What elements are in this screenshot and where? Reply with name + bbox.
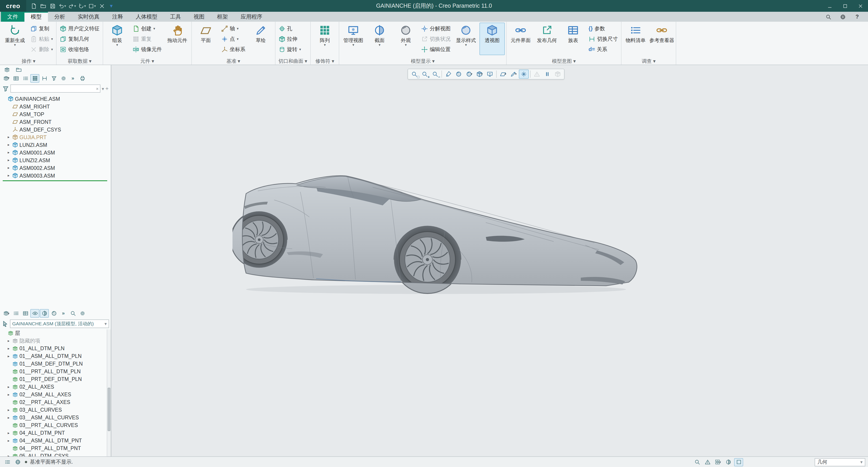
layer-tree-item[interactable]: ▸隐藏的项	[0, 337, 111, 344]
group-model-intent-label[interactable]: 模型意图 ▾	[508, 57, 620, 65]
layer-tree-item[interactable]: 01__PRT_ALL_DTM_PLN	[0, 368, 111, 375]
parameters-button[interactable]: {}参数	[587, 24, 620, 33]
layer-tree-item[interactable]: 01__PRT_DEF_DTM_PLN	[0, 375, 111, 383]
model-tree-item[interactable]: ASM_RIGHT	[0, 103, 111, 110]
layer-tree-item[interactable]: 04__PRT_ALL_DTM_PNT	[0, 444, 111, 452]
tab-tools[interactable]: 工具	[164, 12, 187, 22]
command-search-button[interactable]	[824, 12, 833, 21]
expand-arrow-icon[interactable]: ▸	[6, 151, 11, 155]
tab-framework[interactable]: 框架	[211, 12, 234, 22]
select-box-button[interactable]: ▾	[713, 458, 722, 466]
section-button[interactable]: 截面▾	[367, 23, 392, 55]
fullscreen-button[interactable]	[734, 458, 743, 466]
add-filter-icon[interactable]: +	[105, 86, 108, 92]
layer-show-button[interactable]	[30, 309, 39, 318]
model-tree-item[interactable]: ▸GUJIA.PRT	[0, 133, 111, 141]
group-datum-label[interactable]: 基准 ▾	[193, 57, 273, 65]
sketch-button[interactable]: 草绘	[248, 23, 273, 55]
save-button[interactable]	[48, 1, 57, 10]
hole-button[interactable]: 孔	[277, 24, 303, 33]
revolve-button[interactable]: 旋转▾	[277, 44, 303, 54]
expand-arrow-icon[interactable]: ▸	[6, 339, 11, 343]
expand-arrow-icon[interactable]: ▸	[6, 346, 11, 351]
clear-filter-icon[interactable]: ×	[96, 86, 99, 91]
tree-highlight-button[interactable]	[30, 74, 39, 82]
tab-file[interactable]: 文件	[1, 12, 24, 22]
switch-status-button[interactable]: 切换状况	[419, 34, 452, 44]
group-model-display-label[interactable]: 模型显示 ▾	[341, 57, 505, 65]
tab-analysis[interactable]: 分析	[48, 12, 71, 22]
layer-tree-item[interactable]: ▸05_ALL_DTM_CSYS	[0, 452, 111, 456]
repeat-button[interactable]: 重复	[131, 34, 164, 44]
tab-live-simulation[interactable]: 实时仿真	[71, 12, 106, 22]
3d-mode-button[interactable]	[553, 70, 563, 79]
edit-position-button[interactable]: 编辑位置	[419, 44, 452, 54]
expand-arrow-icon[interactable]: ▸	[6, 415, 11, 420]
copy-geometry-button[interactable]: 复制几何	[58, 34, 101, 44]
tree-mode-button[interactable]: ▾	[2, 74, 11, 82]
copy-button[interactable]: 复制	[29, 24, 55, 33]
expand-arrow-icon[interactable]: ▸	[6, 166, 11, 170]
assemble-button[interactable]: 组装▾	[104, 23, 130, 55]
spin-center-button[interactable]	[519, 70, 529, 79]
shading-button[interactable]	[454, 70, 464, 79]
layer-columns-button[interactable]	[21, 309, 30, 318]
notifications-button[interactable]	[703, 458, 712, 466]
display-style-toolbar-button[interactable]: ▾	[464, 70, 474, 79]
expand-arrow-icon[interactable]: ▸	[6, 393, 11, 397]
toggle-navigator-button[interactable]	[3, 458, 12, 466]
group-operations-label[interactable]: 操作 ▾	[2, 57, 55, 65]
delete-button[interactable]: 删除▾	[29, 44, 55, 54]
model-tree-item[interactable]: ▸ASM0002.ASM	[0, 164, 111, 172]
model-tree-root[interactable]: GAINIANCHE.ASM	[0, 95, 111, 103]
layer-tree-item[interactable]: ▸01_ALL_DTM_PLN	[0, 344, 111, 352]
layer-tree-item[interactable]: ▸03_ALL_CURVES	[0, 406, 111, 414]
tab-annotate[interactable]: 注释	[106, 12, 129, 22]
help-button[interactable]: ?	[852, 12, 862, 21]
layer-tree-item[interactable]: ▸01__ASM_ALL_DTM_PLN	[0, 352, 111, 360]
layer-tree-item[interactable]: ▸04__ASM_ALL_DTM_PNT	[0, 437, 111, 444]
tree-overflow-button[interactable]: »	[68, 74, 78, 82]
tree-print-button[interactable]	[78, 74, 87, 82]
expand-arrow-icon[interactable]: ▸	[6, 354, 11, 358]
layer-list-button[interactable]	[11, 309, 20, 318]
tree-list-button[interactable]	[21, 74, 30, 82]
drag-components-button[interactable]: 拖动元件	[165, 23, 190, 55]
datum-display-filters-button[interactable]: ▾	[498, 70, 508, 79]
layer-tree-item[interactable]: ▸03__ASM_ALL_CURVES	[0, 414, 111, 421]
expand-arrow-icon[interactable]: ▸	[6, 454, 11, 456]
expand-arrow-icon[interactable]: ▸	[6, 158, 11, 162]
tab-manikin[interactable]: 人体模型	[129, 12, 164, 22]
group-investigate-label[interactable]: 调查 ▾	[623, 57, 674, 65]
expand-arrow-icon[interactable]: ▸	[6, 438, 11, 443]
pause-button[interactable]	[542, 70, 552, 79]
pattern-button[interactable]: 阵列▾	[312, 23, 337, 55]
layer-blank-button[interactable]	[49, 309, 58, 318]
reference-viewer-button[interactable]: 参考查看器	[649, 23, 674, 55]
model-tree-item[interactable]: ASM_DEF_CSYS	[0, 126, 111, 133]
shrinkwrap-button[interactable]: 收缩包络	[58, 44, 101, 54]
scrollbar-thumb[interactable]	[107, 388, 111, 431]
component-interface-button[interactable]: 元件界面	[508, 23, 533, 55]
view-manager-button[interactable]	[485, 70, 495, 79]
manage-views-button[interactable]: 管理视图▾	[341, 23, 366, 55]
csys-button[interactable]: 坐标系	[219, 44, 247, 54]
layer-settings-button[interactable]	[78, 309, 87, 318]
navigator-model-tree-icon[interactable]	[2, 65, 11, 74]
resource-center-button[interactable]	[838, 12, 847, 21]
plane-button[interactable]: 平面	[193, 23, 218, 55]
layer-scope-combo[interactable]: GAINIANCHE.ASM (顶层模型, 活动的) ▾	[10, 320, 109, 328]
saved-orientations-button[interactable]: ▾	[474, 70, 485, 79]
mirror-component-button[interactable]: 镜像元件	[131, 44, 164, 54]
graphics-area[interactable]: □+−▾▾▾▾	[111, 65, 868, 456]
point-button[interactable]: 点▾	[219, 34, 247, 44]
tab-applications[interactable]: 应用程序	[234, 12, 269, 22]
window-switch-button[interactable]: ▾	[87, 1, 97, 10]
tab-view[interactable]: 视图	[187, 12, 211, 22]
tree-filters-button[interactable]	[49, 74, 58, 82]
relations-button[interactable]: d=关系	[587, 44, 620, 54]
annotation-display-button[interactable]: ▾	[508, 70, 518, 79]
expand-arrow-icon[interactable]: ▸	[6, 173, 11, 177]
expand-arrow-icon[interactable]: ▸	[6, 135, 11, 139]
model-tree-item[interactable]: ▸LUNZI2.ASM	[0, 156, 111, 164]
